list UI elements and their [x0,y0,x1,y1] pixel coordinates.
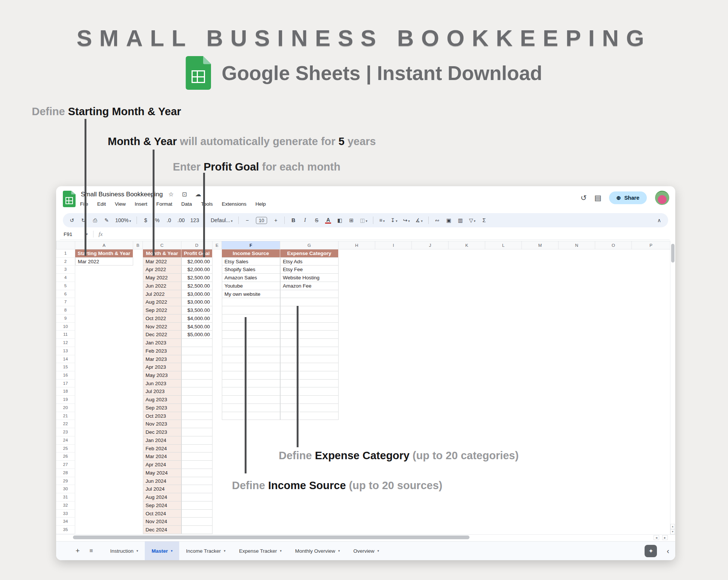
cell-H2[interactable] [339,258,375,266]
cell-H19[interactable] [339,396,375,404]
cell-D33[interactable] [181,510,212,518]
cell-M34[interactable] [522,518,559,526]
cell-J4[interactable] [412,274,449,282]
cell-K30[interactable] [449,485,485,493]
cell-D16[interactable] [181,371,212,380]
row-header-2[interactable]: 2 [56,258,75,266]
column-header-L[interactable]: L [485,241,522,249]
cell-I8[interactable] [375,306,412,314]
cell-P27[interactable] [632,461,670,469]
cell-M10[interactable] [522,323,559,331]
cell-I18[interactable] [375,387,412,396]
cell-K8[interactable] [449,306,485,314]
cell-J18[interactable] [412,387,449,396]
row-header-24[interactable]: 24 [56,436,75,445]
cell-H34[interactable] [339,518,375,526]
comments-icon[interactable]: ▤ [594,193,602,202]
cell-J35[interactable] [412,526,449,534]
cell-M19[interactable] [522,396,559,404]
cell-A22[interactable] [75,420,133,428]
cell-D29[interactable] [181,477,212,485]
cell-C32[interactable]: Sep 2024 [143,501,181,510]
cell-I28[interactable] [375,469,412,477]
column-header-B[interactable]: B [133,241,143,249]
cell-D30[interactable] [181,485,212,493]
cell-G24[interactable] [280,436,339,445]
cell-M17[interactable] [522,380,559,388]
cell-H4[interactable] [339,274,375,282]
undo-icon[interactable]: ↺ [69,217,75,223]
row-header-5[interactable]: 5 [56,282,75,290]
cell-A26[interactable] [75,452,133,461]
explore-icon[interactable]: ✦ [645,545,657,557]
cell-N22[interactable] [559,420,595,428]
cell-N34[interactable] [559,518,595,526]
cell-A2[interactable]: Mar 2022 [75,258,133,266]
cell-G32[interactable] [280,501,339,510]
document-title[interactable]: Small Business Bookkeeping [81,191,163,198]
cell-H8[interactable] [339,306,375,314]
cell-E1[interactable] [212,249,222,258]
cell-G22[interactable] [280,420,339,428]
cell-C8[interactable]: Sep 2022 [143,306,181,314]
cell-E27[interactable] [212,461,222,469]
cell-A6[interactable] [75,290,133,298]
cell-A18[interactable] [75,387,133,396]
cell-O12[interactable] [595,339,632,347]
cell-E28[interactable] [212,469,222,477]
cell-E24[interactable] [212,436,222,445]
bold-button[interactable]: B [290,217,296,223]
cell-J14[interactable] [412,355,449,363]
cell-I20[interactable] [375,404,412,412]
tab-caret-icon[interactable]: ▾ [338,549,340,553]
cell-B31[interactable] [133,493,143,501]
cell-E7[interactable] [212,298,222,306]
cell-E5[interactable] [212,282,222,290]
cell-E10[interactable] [212,323,222,331]
cell-H31[interactable] [339,493,375,501]
cell-L29[interactable] [485,477,522,485]
cell-G12[interactable] [280,339,339,347]
cell-B19[interactable] [133,396,143,404]
cell-N2[interactable] [559,258,595,266]
cell-P23[interactable] [632,428,670,436]
cell-O9[interactable] [595,314,632,323]
cell-L4[interactable] [485,274,522,282]
cell-P15[interactable] [632,363,670,371]
cell-A31[interactable] [75,493,133,501]
horizontal-align-icon[interactable]: ≡▾ [379,217,385,223]
cell-O8[interactable] [595,306,632,314]
cell-E8[interactable] [212,306,222,314]
cell-H1[interactable] [339,249,375,258]
cell-O7[interactable] [595,298,632,306]
cell-I21[interactable] [375,412,412,420]
cell-E15[interactable] [212,363,222,371]
cell-E12[interactable] [212,339,222,347]
cell-E6[interactable] [212,290,222,298]
cell-E34[interactable] [212,518,222,526]
cell-M35[interactable] [522,526,559,534]
cell-M22[interactable] [522,420,559,428]
cell-H7[interactable] [339,298,375,306]
format-currency-button[interactable]: $ [143,217,149,223]
cell-L35[interactable] [485,526,522,534]
cell-F25[interactable] [222,445,280,453]
cell-M24[interactable] [522,436,559,445]
cell-F23[interactable] [222,428,280,436]
cell-I19[interactable] [375,396,412,404]
cell-P6[interactable] [632,290,670,298]
tab-income-tracker[interactable]: Income Tracker▾ [179,541,232,560]
cell-M5[interactable] [522,282,559,290]
cell-P35[interactable] [632,526,670,534]
cell-C28[interactable]: May 2024 [143,469,181,477]
cell-M12[interactable] [522,339,559,347]
cell-D27[interactable] [181,461,212,469]
cell-J21[interactable] [412,412,449,420]
cell-G8[interactable] [280,306,339,314]
cell-C24[interactable]: Jan 2024 [143,436,181,445]
sheets-app-icon[interactable] [63,191,76,207]
cell-P33[interactable] [632,510,670,518]
cell-K35[interactable] [449,526,485,534]
menu-help[interactable]: Help [256,201,266,207]
cell-M23[interactable] [522,428,559,436]
